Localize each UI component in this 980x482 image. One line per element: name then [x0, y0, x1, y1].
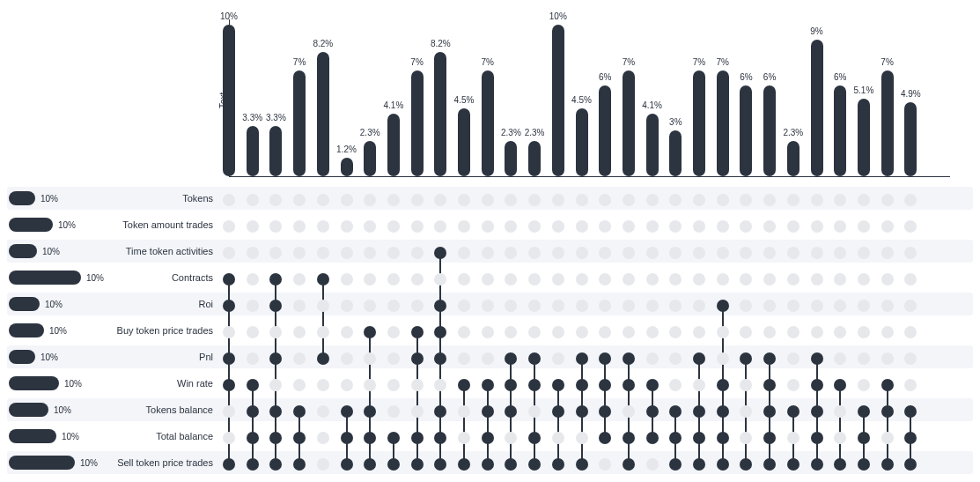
matrix-dot-off: [293, 379, 306, 391]
matrix-dot-off: [434, 379, 446, 391]
matrix-dot-on: [317, 273, 329, 285]
matrix-dot-on: [434, 326, 446, 338]
set-size-label: 10%: [42, 247, 60, 256]
matrix-dot-on: [247, 458, 259, 471]
intersection-bar-label: 2.3%: [525, 128, 545, 137]
matrix-dot-on: [223, 273, 235, 285]
matrix-dot-off: [693, 194, 705, 206]
matrix-dot-off: [717, 247, 729, 259]
matrix-dot-off: [740, 220, 752, 233]
matrix-dot-off: [646, 326, 659, 338]
set-size-bar: [9, 376, 59, 390]
matrix-dot-on: [881, 458, 894, 471]
matrix-dot-off: [763, 273, 776, 285]
matrix-dot-off: [528, 326, 541, 338]
matrix-dot-on: [552, 405, 564, 418]
matrix-dot-off: [387, 300, 400, 312]
matrix-dot-off: [669, 326, 682, 338]
matrix-dot-off: [717, 220, 729, 233]
matrix-dot-on: [623, 352, 635, 365]
matrix-dot-off: [364, 273, 376, 285]
matrix-dot-on: [576, 379, 588, 391]
intersection-bar-label: 4.5%: [454, 95, 475, 105]
matrix-dot-on: [811, 432, 823, 444]
intersection-bar-label: 1.2%: [336, 145, 357, 154]
set-name-label: Time token activities: [126, 246, 213, 256]
matrix-dot-off: [387, 273, 400, 285]
intersection-connector: [887, 385, 888, 464]
matrix-dot-on: [763, 379, 776, 391]
matrix-dot-off: [317, 379, 329, 391]
matrix-dot-off: [834, 432, 846, 444]
matrix-dot-on: [787, 405, 799, 418]
matrix-dot-off: [811, 194, 823, 206]
matrix-dot-off: [576, 432, 588, 444]
matrix-dot-on: [434, 405, 446, 418]
matrix-dot-off: [341, 194, 353, 206]
intersection-bar: 6%: [834, 85, 846, 176]
intersection-bar: 9%: [811, 40, 823, 176]
matrix-dot-off: [576, 220, 588, 233]
matrix-dot-off: [269, 326, 282, 338]
matrix-dot-off: [223, 405, 235, 418]
matrix-dot-on: [293, 458, 306, 471]
intersection-bar-label: 7%: [623, 57, 635, 67]
intersection-bar-label: 8.2%: [431, 39, 451, 48]
matrix-dot-off: [646, 273, 659, 285]
intersection-bar: 8.2%: [317, 52, 329, 176]
intersection-bar-label: 4.5%: [571, 95, 592, 105]
matrix-dot-off: [458, 247, 470, 259]
matrix-dot-off: [669, 194, 682, 206]
set-size-label: 10%: [64, 379, 82, 389]
matrix-dot-on: [364, 432, 376, 444]
matrix-dot-on: [434, 432, 446, 444]
matrix-dot-off: [881, 194, 894, 206]
matrix-dot-off: [740, 194, 752, 206]
matrix-dot-on: [269, 432, 282, 444]
set-size-bar: [9, 403, 48, 417]
set-name-label: Pnl: [199, 352, 213, 362]
matrix-dot-off: [787, 247, 799, 259]
intersection-bar-label: 5.1%: [853, 85, 873, 95]
matrix-dot-off: [881, 220, 894, 233]
matrix-dot-off: [482, 300, 494, 312]
matrix-dot-off: [693, 326, 705, 338]
matrix-dot-off: [317, 458, 329, 471]
set-size-bar: [9, 297, 40, 311]
matrix-dot-off: [247, 300, 259, 312]
matrix-dot-on: [904, 432, 917, 444]
matrix-dot-on: [904, 405, 917, 418]
intersection-bar-label: 2.3%: [501, 128, 521, 137]
matrix-dot-on: [834, 379, 846, 391]
matrix-dot-on: [223, 379, 235, 391]
matrix-dot-off: [247, 194, 259, 206]
set-size-label: 10%: [86, 273, 104, 283]
matrix-dot-on: [458, 379, 470, 391]
matrix-dot-on: [528, 458, 541, 471]
matrix-dot-off: [505, 194, 517, 206]
matrix-dot-off: [317, 220, 329, 233]
set-size-bar: [9, 350, 35, 364]
matrix-dot-off: [787, 220, 799, 233]
matrix-dot-off: [364, 247, 376, 259]
matrix-dot-on: [623, 432, 635, 444]
intersection-bar: 2.3%: [364, 141, 376, 176]
matrix-dot-off: [623, 194, 635, 206]
matrix-dot-on: [434, 458, 446, 471]
matrix-dot-off: [528, 247, 541, 259]
matrix-dot-off: [787, 300, 799, 312]
intersection-connector: [487, 385, 489, 464]
matrix-dot-off: [458, 405, 470, 418]
intersection-connector: [463, 385, 465, 464]
matrix-dot-on: [434, 247, 446, 259]
matrix-dot-off: [364, 379, 376, 391]
set-size-label: 10%: [54, 405, 71, 415]
intersection-bar: 2.3%: [505, 141, 517, 176]
intersection-connector: [604, 359, 606, 438]
matrix-dot-on: [269, 458, 282, 471]
matrix-dot-off: [717, 273, 729, 285]
matrix-dot-on: [269, 405, 282, 418]
matrix-dot-off: [834, 352, 846, 365]
matrix-dot-off: [904, 352, 917, 365]
matrix-dot-off: [293, 273, 306, 285]
